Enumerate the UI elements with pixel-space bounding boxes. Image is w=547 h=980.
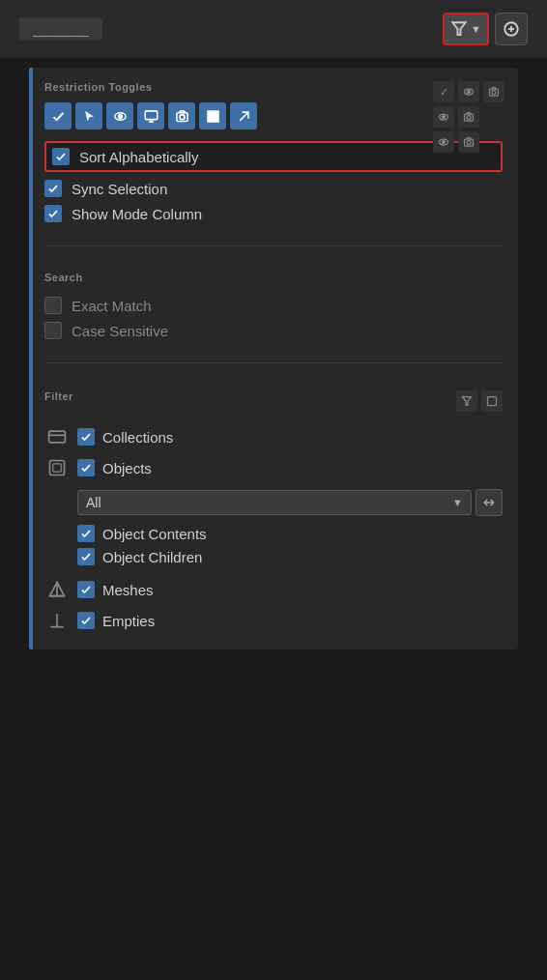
svg-point-7 — [492, 91, 496, 95]
blue-accent-bar — [29, 68, 33, 649]
svg-rect-27 — [488, 397, 497, 406]
svg-point-15 — [467, 141, 471, 145]
side-eye2-icon[interactable] — [433, 106, 454, 128]
side-icons-row-3 — [433, 131, 504, 153]
filter-section-label: Filter — [44, 390, 73, 402]
objects-filter-dropdown-row: All ▼ — [77, 489, 503, 516]
exact-match-checkbox[interactable] — [44, 297, 62, 314]
dropdown-swap-btn[interactable] — [475, 489, 503, 516]
sort-alphabetically-label: Sort Alphabetically — [79, 149, 198, 165]
exact-match-label: Exact Match — [72, 298, 152, 314]
objects-type-icon — [44, 455, 70, 480]
side-check-icon[interactable]: ✓ — [433, 81, 454, 102]
object-contents-checkbox[interactable] — [77, 525, 95, 542]
eye-toggle-icon[interactable] — [106, 102, 133, 130]
objects-row[interactable]: Objects — [44, 452, 503, 483]
filter-dropdown-arrow: ▼ — [471, 23, 481, 35]
sync-selection-label: Sync Selection — [72, 181, 167, 197]
side-eye3-icon[interactable] — [433, 131, 454, 153]
sort-alphabetically-checkbox[interactable] — [52, 148, 70, 165]
separator-1 — [44, 226, 503, 236]
separator-4 — [44, 373, 503, 383]
svg-point-13 — [443, 141, 446, 144]
title-text: ________ — [33, 22, 89, 37]
svg-line-25 — [240, 112, 248, 121]
filter-square-btn[interactable] — [481, 390, 503, 412]
empties-label: Empties — [102, 613, 155, 629]
dropdown-value: All — [86, 495, 101, 510]
side-icons-container: ✓ — [433, 81, 504, 153]
sync-selection-row[interactable]: Sync Selection — [44, 176, 503, 201]
top-bar: ________ ▼ — [0, 0, 547, 58]
side-cam-icon[interactable] — [483, 81, 504, 102]
object-children-row[interactable]: Object Children — [77, 545, 503, 568]
objects-filter-dropdown[interactable]: All ▼ — [77, 490, 472, 515]
arrow-toggle-icon[interactable] — [230, 102, 257, 130]
collections-type-icon — [44, 424, 70, 449]
filter-header: Filter — [44, 390, 503, 412]
collections-label: Collections — [102, 429, 173, 446]
divider-2 — [44, 362, 503, 363]
svg-rect-24 — [207, 110, 219, 123]
empties-row[interactable]: Empties — [44, 605, 503, 636]
filter-funnel-btn[interactable] — [456, 390, 477, 412]
object-children-checkbox[interactable] — [77, 548, 95, 565]
svg-marker-16 — [85, 110, 94, 121]
case-sensitive-checkbox[interactable] — [44, 322, 62, 339]
svg-point-11 — [467, 116, 471, 120]
separator-2 — [44, 256, 503, 266]
empties-checkbox[interactable] — [77, 612, 95, 629]
sync-selection-checkbox[interactable] — [44, 180, 62, 197]
meshes-checkbox[interactable] — [77, 581, 95, 598]
side-icons-row-1: ✓ — [433, 81, 504, 102]
show-mode-column-checkbox[interactable] — [44, 205, 62, 222]
collections-row[interactable]: Collections — [44, 421, 503, 452]
sub-items-container: Object Contents Object Children — [77, 522, 503, 568]
collections-checkbox[interactable] — [77, 428, 95, 446]
svg-rect-19 — [145, 110, 158, 119]
checkbox-toggle-icon[interactable] — [44, 102, 72, 130]
filter-right-icons — [456, 390, 503, 412]
svg-rect-30 — [50, 461, 65, 476]
search-section-label: Search — [44, 272, 503, 283]
filter-section: Filter Collections — [44, 390, 503, 636]
side-icons-row-2 — [433, 106, 504, 128]
divider-1 — [44, 245, 503, 246]
monitor-toggle-icon[interactable] — [137, 102, 164, 130]
dropdown-chevron-icon: ▼ — [452, 497, 463, 508]
svg-marker-26 — [463, 397, 472, 406]
case-sensitive-row[interactable]: Case Sensitive — [44, 318, 503, 343]
objects-checkbox[interactable] — [77, 459, 95, 476]
svg-rect-31 — [53, 464, 61, 472]
cursor-toggle-icon[interactable] — [75, 102, 102, 130]
side-eye-icon[interactable] — [458, 81, 479, 102]
meshes-row[interactable]: Meshes — [44, 574, 503, 605]
show-mode-column-row[interactable]: Show Mode Column — [44, 201, 503, 226]
object-contents-label: Object Contents — [102, 526, 207, 542]
search-section: Search Exact Match Case Sensitive — [44, 272, 503, 343]
object-children-label: Object Children — [102, 549, 202, 565]
filter-button[interactable]: ▼ — [443, 13, 489, 45]
separator-3 — [44, 343, 503, 353]
svg-point-23 — [180, 114, 185, 119]
side-cam3-icon[interactable] — [458, 131, 479, 153]
exact-match-row[interactable]: Exact Match — [44, 293, 503, 318]
render-toggle-icon[interactable] — [199, 102, 226, 130]
side-cam2-icon[interactable] — [458, 106, 479, 128]
camera-toggle-icon[interactable] — [168, 102, 195, 130]
meshes-type-icon — [44, 577, 70, 602]
add-icon — [503, 20, 520, 38]
objects-label: Objects — [102, 460, 152, 476]
restriction-toggles-section: Restriction Toggles ✓ — [44, 81, 503, 130]
svg-point-9 — [443, 116, 446, 119]
svg-point-5 — [468, 91, 471, 94]
empties-type-icon — [44, 608, 70, 633]
add-button[interactable] — [495, 13, 528, 45]
object-contents-row[interactable]: Object Contents — [77, 522, 503, 545]
case-sensitive-label: Case Sensitive — [72, 323, 168, 339]
show-mode-column-label: Show Mode Column — [72, 206, 202, 222]
filter-funnel-icon — [450, 20, 468, 38]
main-panel: Restriction Toggles ✓ — [29, 68, 518, 649]
svg-marker-0 — [452, 22, 466, 35]
top-bar-title: ________ — [19, 18, 102, 41]
